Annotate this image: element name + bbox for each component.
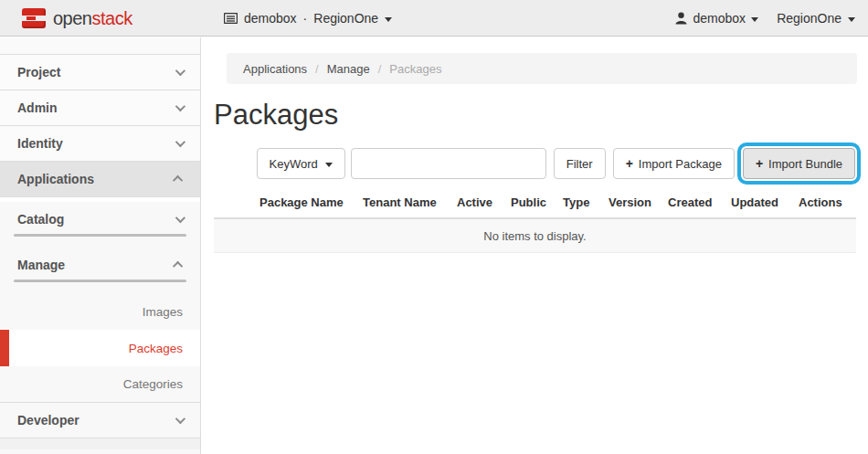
breadcrumb-separator: / xyxy=(315,62,319,76)
main-content: Applications / Manage / Packages Package… xyxy=(202,37,868,454)
sidebar-bottom-strip xyxy=(0,438,200,449)
breadcrumb: Applications / Manage / Packages xyxy=(227,53,857,84)
breadcrumb-separator: / xyxy=(378,62,382,76)
sidebar-item-manage[interactable]: Manage xyxy=(0,249,200,280)
table-controls: KeyWord Filter + Import Package + Import… xyxy=(202,148,861,179)
import-bundle-button[interactable]: + Import Bundle xyxy=(743,148,855,179)
column-header-actions: Actions xyxy=(799,195,853,209)
sidebar-item-catalog[interactable]: Catalog xyxy=(0,204,200,234)
table-empty-row: No items to display. xyxy=(214,219,856,253)
empty-message: No items to display. xyxy=(483,229,586,243)
sidebar: Project Admin Identity Applications Cata… xyxy=(0,37,201,454)
chevron-down-icon xyxy=(175,212,185,222)
sidebar-item-project[interactable]: Project xyxy=(0,55,200,90)
caret-down-icon xyxy=(325,163,333,167)
topbar: openstack demobox · RegionOne demobox Re… xyxy=(0,0,868,37)
sidebar-item-label: Applications xyxy=(17,172,94,186)
region-menu[interactable]: RegionOne xyxy=(777,0,855,37)
page-title: Packages xyxy=(214,99,868,132)
sidebar-item-label: Admin xyxy=(17,100,58,115)
chevron-down-icon xyxy=(175,66,185,76)
import-bundle-label: Import Bundle xyxy=(768,157,842,171)
column-header-active: Active xyxy=(457,195,511,209)
chevron-down-icon xyxy=(175,414,185,424)
sidebar-group-manage: Manage xyxy=(0,248,200,282)
caret-down-icon xyxy=(751,17,758,22)
sidebar-item-label: Developer xyxy=(17,413,79,428)
sidebar-item-identity[interactable]: Identity xyxy=(0,126,200,162)
sidebar-top-sliver xyxy=(0,37,200,55)
openstack-logo-icon xyxy=(22,8,46,28)
chevron-down-icon xyxy=(175,101,185,111)
active-item-indicator xyxy=(0,330,9,366)
sidebar-group-catalog: Catalog xyxy=(0,202,200,237)
column-header-public: Public xyxy=(511,195,563,209)
column-header-type: Type xyxy=(563,195,609,209)
region-menu-label: RegionOne xyxy=(777,11,842,26)
chevron-down-icon xyxy=(175,137,185,147)
user-menu-label: demobox xyxy=(693,11,746,26)
sidebar-item-label: Images xyxy=(143,305,183,319)
sidebar-item-label: Packages xyxy=(129,342,183,355)
sidebar-item-images[interactable]: Images xyxy=(0,293,200,330)
sidebar-item-packages[interactable]: Packages xyxy=(0,330,200,366)
sidebar-item-admin[interactable]: Admin xyxy=(0,90,200,126)
switcher-region-label: RegionOne xyxy=(313,11,378,26)
chevron-up-icon xyxy=(173,260,183,270)
column-header-updated: Updated xyxy=(731,195,799,209)
sidebar-item-categories[interactable]: Categories xyxy=(0,366,200,403)
plus-icon: + xyxy=(756,156,763,171)
user-icon xyxy=(675,12,687,25)
search-input[interactable] xyxy=(351,148,546,179)
column-header-created: Created xyxy=(668,195,731,209)
breadcrumb-applications[interactable]: Applications xyxy=(243,62,307,76)
caret-down-icon xyxy=(848,17,855,22)
sidebar-item-developer[interactable]: Developer xyxy=(0,403,200,438)
caret-down-icon xyxy=(385,17,392,22)
switcher-separator: · xyxy=(303,11,308,26)
switcher-project-label: demobox xyxy=(244,11,297,26)
sidebar-item-label: Catalog xyxy=(17,212,64,227)
chevron-up-icon xyxy=(173,175,183,185)
sidebar-item-applications[interactable]: Applications xyxy=(0,162,200,197)
filter-button[interactable]: Filter xyxy=(554,148,606,179)
section-divider xyxy=(14,280,186,282)
table-header-row: Package Name Tenant Name Active Public T… xyxy=(214,195,856,219)
keyword-dropdown[interactable]: KeyWord xyxy=(257,148,345,179)
keyword-dropdown-label: KeyWord xyxy=(270,157,318,171)
filter-button-label: Filter xyxy=(566,157,593,171)
sidebar-item-label: Manage xyxy=(17,258,65,272)
brand-stack: stack xyxy=(92,8,132,28)
project-region-switcher[interactable]: demobox · RegionOne xyxy=(224,0,392,37)
brand-text: openstack xyxy=(53,8,132,29)
import-package-button[interactable]: + Import Package xyxy=(613,148,735,179)
sidebar-item-label: Project xyxy=(17,65,60,79)
breadcrumb-manage[interactable]: Manage xyxy=(327,62,370,76)
column-header-version: Version xyxy=(609,195,668,209)
sidebar-item-label: Identity xyxy=(17,136,63,151)
breadcrumb-packages: Packages xyxy=(389,62,441,76)
project-list-icon xyxy=(224,13,238,24)
import-package-label: Import Package xyxy=(639,157,722,171)
plus-icon: + xyxy=(626,156,633,171)
openstack-logo[interactable]: openstack xyxy=(22,0,132,37)
column-header-tenant-name: Tenant Name xyxy=(363,195,457,209)
sidebar-item-label: Categories xyxy=(123,377,183,391)
user-menu[interactable]: demobox xyxy=(675,0,758,37)
column-header-package-name: Package Name xyxy=(259,195,363,209)
section-divider xyxy=(14,234,186,237)
brand-open: open xyxy=(53,8,92,28)
